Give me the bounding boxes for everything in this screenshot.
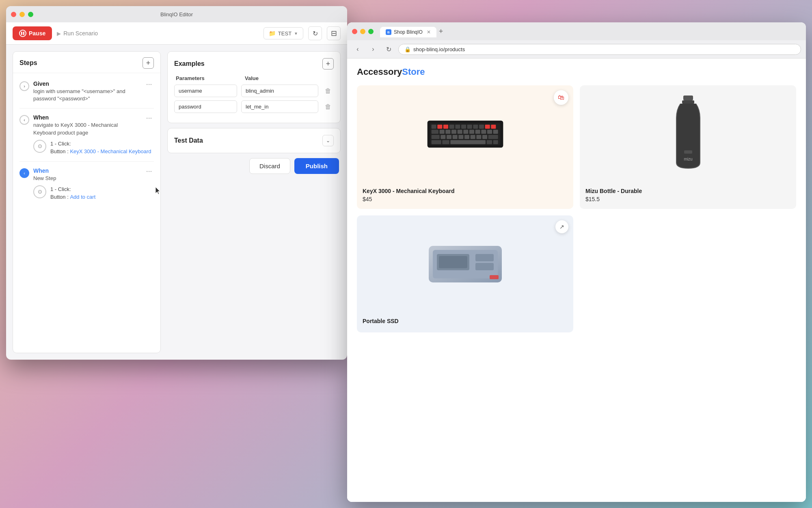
step-expand-button[interactable]: ‹: [19, 115, 29, 125]
add-example-button[interactable]: +: [322, 58, 334, 69]
step-menu-button[interactable]: ···: [145, 80, 154, 89]
logo-part1: Accessory: [357, 67, 402, 77]
product-name: Portable SSD: [363, 318, 568, 324]
forward-button[interactable]: ›: [367, 43, 379, 55]
svg-rect-29: [464, 135, 469, 139]
test-data-header[interactable]: Test Data ⌄: [174, 135, 334, 146]
right-panel: Examples + Parameters Value: [167, 51, 341, 353]
svg-rect-24: [431, 135, 439, 139]
add-step-button[interactable]: +: [143, 57, 154, 69]
examples-title: Examples: [174, 60, 205, 67]
run-scenario-button[interactable]: ▶ Run Scenario: [57, 30, 98, 37]
test-data-title: Test Data: [174, 137, 203, 144]
svg-rect-40: [682, 100, 694, 104]
trash-icon: 🗑: [325, 87, 331, 95]
folder-selector[interactable]: 📁 TEST ▼: [263, 27, 303, 39]
step-description: login with username "<username>" and pas…: [33, 88, 140, 102]
product-price: $45: [363, 196, 568, 202]
step-detail: ⊙ 1 - Click: Button : KeyX 3000 - Mechan…: [33, 140, 154, 156]
refresh-button[interactable]: ↻: [308, 26, 322, 40]
back-button[interactable]: ‹: [352, 43, 363, 55]
plus-icon: +: [146, 59, 151, 67]
chevron-down-icon: ⌄: [326, 138, 330, 143]
svg-rect-20: [475, 130, 480, 134]
step-header: ‹ When New Step ···: [19, 167, 154, 182]
editor-body: Steps + › Given login with username "<us…: [6, 45, 347, 360]
product-card[interactable]: 🛍: [357, 85, 573, 209]
back-icon: ‹: [356, 46, 358, 53]
svg-rect-7: [461, 125, 466, 129]
play-icon: ▶: [57, 30, 61, 37]
delete-row-button[interactable]: 🗑: [322, 85, 334, 97]
product-image: mizu: [580, 85, 796, 183]
step-action-label: Button :: [50, 194, 70, 200]
delete-row-button[interactable]: 🗑: [322, 101, 334, 113]
step-expand-button[interactable]: ‹: [19, 168, 29, 178]
panel-icon: ⊟: [331, 29, 337, 38]
step-action-link[interactable]: Add to cart: [70, 194, 95, 200]
svg-rect-10: [479, 125, 484, 129]
panel-toggle-button[interactable]: ⊟: [327, 26, 341, 40]
steps-panel: Steps + › Given login with username "<us…: [13, 51, 161, 353]
step-menu-button[interactable]: ···: [145, 167, 154, 176]
steps-title: Steps: [19, 59, 37, 67]
bottle-image: mizu: [672, 93, 704, 175]
browser-tab[interactable]: B Shop BlinqIO ✕: [380, 27, 436, 37]
toolbar: Pause ▶ Run Scenario 📁 TEST ▼ ↻ ⊟: [6, 22, 347, 45]
minimize-button[interactable]: [19, 12, 25, 17]
test-data-panel: Test Data ⌄: [167, 128, 341, 153]
examples-row: 🗑: [174, 85, 334, 97]
svg-rect-12: [491, 125, 496, 129]
svg-rect-9: [473, 125, 478, 129]
step-content: When navigate to KeyX 3000 - Mechanical …: [33, 114, 140, 136]
browser-title-bar: B Shop BlinqIO ✕ +: [347, 22, 806, 40]
product-card[interactable]: mizu Mizu Bottle - Durable $15.5: [580, 85, 796, 209]
parameter-input[interactable]: [174, 85, 237, 97]
pause-button[interactable]: Pause: [13, 26, 52, 40]
svg-rect-22: [487, 130, 492, 134]
new-tab-button[interactable]: +: [436, 27, 446, 36]
close-button[interactable]: [11, 12, 16, 17]
products-grid: 🛍: [357, 85, 796, 332]
refresh-nav-button[interactable]: ↻: [383, 43, 394, 55]
svg-rect-15: [445, 130, 450, 134]
svg-rect-2: [431, 125, 436, 129]
svg-rect-33: [488, 135, 498, 139]
parameter-input[interactable]: [174, 100, 237, 113]
tab-close-button[interactable]: ✕: [427, 29, 431, 35]
svg-rect-25: [441, 135, 445, 139]
step-menu-button[interactable]: ···: [145, 114, 154, 122]
step-type: Given: [33, 80, 140, 87]
keyboard-image: [425, 110, 506, 158]
step-expand-button[interactable]: ›: [19, 81, 29, 91]
step-item: › Given login with username "<username>"…: [13, 77, 160, 106]
share-button[interactable]: ↗: [555, 220, 568, 233]
shop-logo: AccessoryStore: [357, 67, 796, 77]
url-text: shop-blinq.io/products: [413, 46, 465, 52]
discard-button[interactable]: Discard: [249, 158, 290, 174]
step-action-link[interactable]: KeyX 3000 - Mechanical Keyboard: [70, 148, 151, 154]
browser-close-button[interactable]: [352, 29, 357, 34]
value-input[interactable]: [241, 100, 318, 113]
svg-rect-6: [455, 125, 460, 129]
add-to-wishlist-button[interactable]: 🛍: [554, 90, 568, 105]
step-type: When: [33, 114, 140, 121]
browser-minimize-button[interactable]: [360, 29, 365, 34]
step-item: ‹ When New Step ··· ⊙ 1 - Click:: [13, 164, 160, 204]
ssd-image: [421, 238, 510, 291]
examples-row: 🗑: [174, 100, 334, 113]
chevron-down-icon: ▼: [294, 31, 298, 36]
step-content: When New Step: [33, 167, 140, 182]
svg-rect-21: [481, 130, 486, 134]
svg-rect-11: [485, 125, 490, 129]
browser-fullscreen-button[interactable]: [368, 29, 374, 34]
value-input[interactable]: [241, 85, 318, 97]
product-card[interactable]: ↗: [357, 215, 573, 332]
fullscreen-button[interactable]: [28, 12, 33, 17]
step-divider: [19, 108, 154, 109]
url-bar[interactable]: 🔒 shop-blinq.io/products: [398, 44, 801, 55]
security-icon: 🔒: [404, 46, 411, 52]
publish-button[interactable]: Publish: [294, 158, 339, 174]
browser-content: AccessoryStore 🛍: [347, 59, 806, 502]
test-data-expand-button[interactable]: ⌄: [322, 135, 334, 146]
